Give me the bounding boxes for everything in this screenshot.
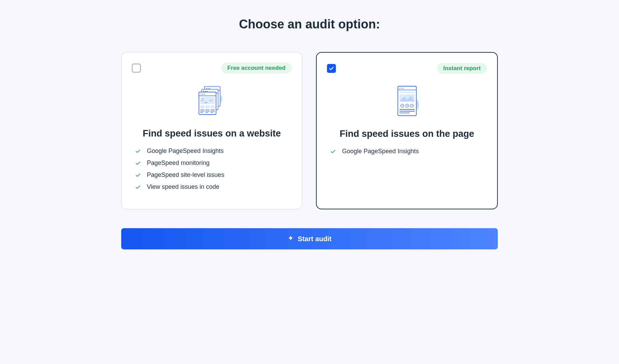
start-audit-button[interactable]: Start audit xyxy=(121,228,498,249)
svg-point-17 xyxy=(204,102,205,103)
svg-point-11 xyxy=(200,94,201,94)
feature-text: Google PageSpeed Insights xyxy=(342,148,419,155)
features-list-website: Google PageSpeed Insights PageSpeed moni… xyxy=(132,147,292,191)
svg-point-18 xyxy=(205,102,206,103)
bolt-icon xyxy=(288,235,294,243)
option-card-website[interactable]: Free account needed xyxy=(121,52,302,209)
feature-item: Google PageSpeed Insights xyxy=(135,147,288,155)
feature-item: PageSpeed monitoring xyxy=(135,159,288,167)
svg-point-33 xyxy=(399,88,400,89)
checkbox-checked-icon[interactable] xyxy=(327,64,336,73)
svg-point-39 xyxy=(402,95,403,97)
svg-point-16 xyxy=(202,99,203,99)
feature-text: Google PageSpeed Insights xyxy=(147,147,224,155)
website-illustration xyxy=(132,84,292,118)
feature-text: PageSpeed site-level issues xyxy=(147,171,224,179)
svg-rect-22 xyxy=(211,105,215,108)
svg-point-13 xyxy=(204,94,204,94)
svg-point-2 xyxy=(207,88,208,89)
feature-text: PageSpeed monitoring xyxy=(147,159,210,167)
options-row: Free account needed xyxy=(121,52,498,209)
svg-point-19 xyxy=(206,102,207,103)
feature-item: PageSpeed site-level issues xyxy=(135,171,288,179)
svg-point-35 xyxy=(403,88,403,89)
card-header: Instant report xyxy=(327,63,487,74)
svg-point-6 xyxy=(203,91,204,92)
feature-text: View speed issues in code xyxy=(147,183,219,191)
badge-instant-report: Instant report xyxy=(437,63,487,74)
check-icon xyxy=(135,172,141,178)
page-illustration xyxy=(327,84,487,118)
check-icon xyxy=(330,149,336,154)
features-list-page: Google PageSpeed Insights xyxy=(327,148,487,155)
svg-point-3 xyxy=(209,88,210,89)
svg-point-8 xyxy=(206,91,207,92)
svg-point-12 xyxy=(202,94,203,94)
card-title-page: Find speed issues on the page xyxy=(327,129,487,139)
feature-item: Google PageSpeed Insights xyxy=(330,148,483,155)
checkbox-unchecked-icon[interactable] xyxy=(132,64,141,73)
check-icon xyxy=(135,160,141,166)
start-audit-label: Start audit xyxy=(298,235,332,243)
option-card-page[interactable]: Instant report xyxy=(316,52,498,209)
svg-point-1 xyxy=(206,88,206,89)
svg-point-7 xyxy=(205,91,205,92)
svg-rect-15 xyxy=(200,97,215,104)
svg-point-34 xyxy=(401,88,402,89)
badge-free-account: Free account needed xyxy=(221,63,292,74)
check-icon xyxy=(135,148,141,154)
card-title-website: Find speed issues on a website xyxy=(132,128,292,139)
check-icon xyxy=(135,184,141,190)
svg-rect-37 xyxy=(400,92,415,93)
card-header: Free account needed xyxy=(132,63,292,74)
svg-rect-21 xyxy=(205,105,210,108)
feature-item: View speed issues in code xyxy=(135,183,288,191)
svg-rect-20 xyxy=(200,105,204,108)
page-title: Choose an audit option: xyxy=(121,17,498,31)
